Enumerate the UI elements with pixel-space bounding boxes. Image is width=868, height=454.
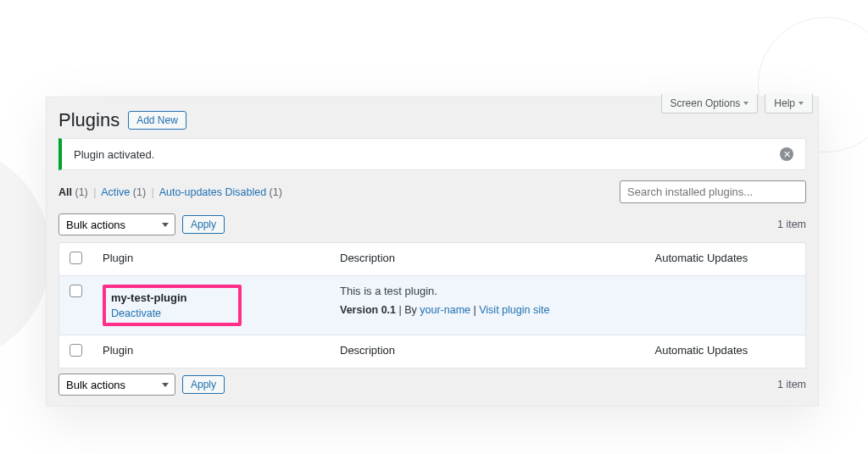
col-auto-foot: Automatic Updates [645, 335, 806, 368]
filter-links: All (1) | Active (1) | Auto-updates Disa… [58, 186, 282, 198]
apply-button-bottom[interactable]: Apply [182, 375, 225, 394]
row-checkbox[interactable] [70, 285, 82, 297]
search-plugins-input[interactable] [620, 180, 806, 203]
filter-auto-updates-disabled[interactable]: Auto-updates Disabled [159, 186, 266, 198]
col-description-foot: Description [330, 335, 645, 368]
decor-blob [0, 144, 51, 364]
tablenav-bottom: Bulk actions Apply 1 item [47, 368, 818, 402]
apply-button-top[interactable]: Apply [182, 215, 225, 234]
tablenav-top: Bulk actions Apply 1 item [47, 208, 818, 242]
filter-active[interactable]: Active [101, 186, 130, 198]
help-label: Help [774, 97, 795, 109]
plugin-title: my-test-plugin [111, 291, 187, 304]
dismiss-notice-button[interactable]: ✕ [780, 147, 793, 161]
bulk-actions-top: Bulk actions Apply [58, 213, 225, 235]
auto-update-cell [645, 276, 806, 335]
chevron-down-icon [743, 102, 748, 105]
help-button[interactable]: Help [765, 94, 813, 114]
page-title: Plugins [58, 109, 120, 131]
screen-meta-links: Screen Options Help [661, 94, 813, 114]
bulk-action-select-bottom[interactable]: Bulk actions [58, 374, 175, 396]
filter-auto-count: (1) [270, 186, 282, 198]
bulk-actions-bottom: Bulk actions Apply [58, 374, 225, 396]
row-actions: Deactivate [111, 307, 187, 319]
filter-active-count: (1) [133, 186, 146, 198]
col-auto-updates: Automatic Updates [645, 243, 806, 276]
table-footer-row: Plugin Description Automatic Updates [59, 335, 806, 368]
filter-all-count: (1) [75, 186, 87, 198]
plugin-author-link[interactable]: your-name [420, 304, 470, 316]
plugin-description: This is a test plugin. [340, 285, 635, 297]
select-all-top-checkbox[interactable] [70, 252, 82, 264]
col-description: Description [330, 243, 645, 276]
notice-text: Plugin activated. [74, 148, 154, 161]
notice-success: Plugin activated. ✕ [58, 138, 806, 170]
plugin-meta: Version 0.1 | By your-name | Visit plugi… [340, 304, 635, 316]
add-new-button[interactable]: Add New [128, 111, 186, 130]
screen-options-button[interactable]: Screen Options [661, 94, 759, 114]
select-all-bottom-checkbox[interactable] [70, 344, 82, 357]
table-row: my-test-plugin Deactivate This is a test… [59, 276, 806, 335]
filter-all[interactable]: All [58, 186, 72, 198]
table-header-row: Plugin Description Automatic Updates [59, 243, 806, 276]
chevron-down-icon [798, 102, 804, 105]
plugins-table: Plugin Description Automatic Updates my-… [58, 242, 806, 368]
close-icon: ✕ [783, 149, 791, 159]
filter-row: All (1) | Active (1) | Auto-updates Disa… [47, 180, 818, 208]
items-count-bottom: 1 item [777, 379, 806, 390]
plugins-panel: Screen Options Help Plugins Add New Plug… [46, 97, 819, 407]
col-plugin-foot: Plugin [92, 335, 330, 368]
highlight-annotation: my-test-plugin Deactivate [103, 285, 242, 326]
col-plugin: Plugin [92, 243, 330, 276]
deactivate-link[interactable]: Deactivate [111, 307, 161, 319]
items-count-top: 1 item [777, 219, 806, 230]
visit-plugin-site-link[interactable]: Visit plugin site [479, 304, 549, 316]
screen-options-label: Screen Options [670, 97, 741, 109]
bulk-action-select-top[interactable]: Bulk actions [58, 213, 175, 235]
